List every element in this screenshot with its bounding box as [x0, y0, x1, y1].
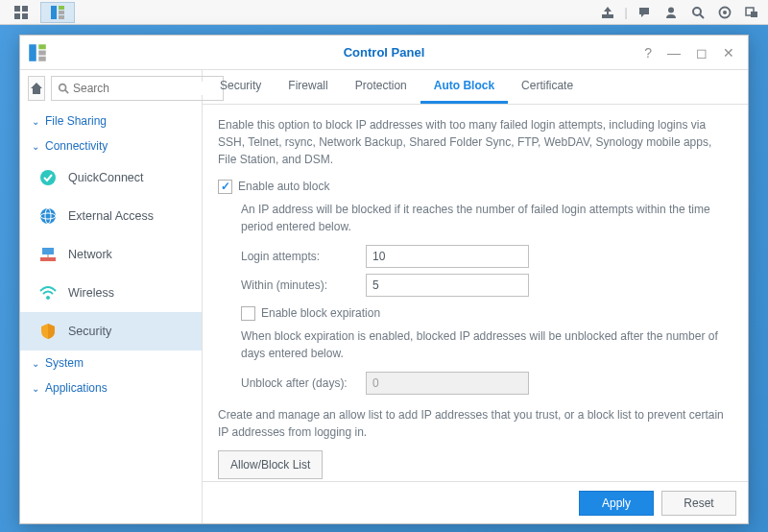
section-label: File Sharing	[45, 114, 107, 128]
sidebar-item-network[interactable]: Network	[20, 235, 202, 274]
taskbar-app-control-panel[interactable]	[40, 2, 75, 23]
svg-rect-6	[59, 11, 64, 14]
sidebar-item-label: Network	[68, 248, 112, 261]
svg-point-9	[668, 7, 674, 12]
svg-rect-27	[40, 257, 56, 261]
section-system[interactable]: ⌄ System	[20, 351, 202, 375]
svg-rect-7	[59, 15, 64, 19]
section-label: System	[45, 356, 84, 370]
svg-line-11	[700, 14, 704, 18]
within-minutes-input[interactable]	[366, 274, 529, 297]
section-file-sharing[interactable]: ⌄ File Sharing	[20, 109, 202, 133]
svg-point-13	[723, 11, 727, 14]
svg-point-10	[693, 8, 701, 15]
wifi-icon	[37, 282, 59, 303]
login-attempts-label: Login attempts:	[241, 248, 366, 265]
reset-button[interactable]: Reset	[661, 491, 736, 516]
svg-rect-18	[38, 50, 46, 55]
chevron-down-icon: ⌄	[32, 358, 39, 369]
tab-security[interactable]: Security	[206, 70, 275, 104]
tab-bar: Security Firewall Protection Auto Block …	[203, 70, 748, 105]
main-panel: Security Firewall Protection Auto Block …	[203, 70, 748, 523]
svg-rect-0	[14, 6, 20, 12]
control-panel-window: Control Panel ? — ◻ ✕ ⌄ File Sharing	[19, 35, 749, 524]
section-applications[interactable]: ⌄ Applications	[20, 375, 202, 400]
svg-line-21	[65, 90, 68, 93]
taskbar-app-grid[interactable]	[4, 2, 38, 23]
enable-expiration-checkbox[interactable]	[241, 306, 255, 321]
tray-pip-icon[interactable]	[739, 0, 764, 25]
section-label: Connectivity	[45, 139, 108, 153]
svg-rect-8	[602, 14, 613, 18]
svg-rect-5	[59, 6, 64, 10]
sidebar-item-label: Wireless	[68, 286, 114, 300]
tab-firewall[interactable]: Firewall	[275, 70, 341, 104]
within-minutes-label: Within (minutes):	[241, 277, 366, 294]
svg-point-29	[46, 296, 50, 300]
search-input[interactable]	[73, 82, 217, 95]
home-button[interactable]	[28, 76, 45, 101]
sidebar-item-quickconnect[interactable]: QuickConnect	[20, 158, 202, 197]
sidebar-item-external-access[interactable]: External Access	[20, 197, 202, 235]
apply-button[interactable]: Apply	[579, 491, 654, 516]
tray-chat-icon[interactable]	[632, 0, 657, 25]
sidebar-item-label: External Access	[68, 209, 154, 223]
sidebar-item-wireless[interactable]: Wireless	[20, 274, 202, 312]
search-icon	[58, 83, 69, 94]
svg-rect-2	[14, 13, 20, 19]
allowlist-description: Create and manage an allow list to add I…	[218, 406, 732, 441]
sidebar-item-security[interactable]: Security	[20, 312, 202, 351]
section-connectivity[interactable]: ⌄ Connectivity	[20, 133, 202, 158]
tab-auto-block[interactable]: Auto Block	[420, 70, 508, 104]
svg-rect-15	[751, 12, 757, 17]
enable-auto-block-checkbox[interactable]	[218, 180, 232, 194]
svg-rect-19	[38, 56, 46, 60]
intro-text: Enable this option to block IP addresses…	[218, 116, 732, 168]
unblock-after-label: Unblock after (days):	[241, 375, 366, 392]
svg-rect-16	[29, 44, 36, 61]
allow-block-list-button[interactable]: Allow/Block List	[218, 450, 323, 479]
window-close-icon[interactable]: ✕	[719, 43, 738, 62]
content-area: Enable this option to block IP addresses…	[203, 105, 748, 481]
svg-point-20	[60, 85, 66, 91]
lockout-description: An IP address will be blocked if it reac…	[241, 201, 732, 235]
tray-user-icon[interactable]	[659, 0, 684, 25]
footer: Apply Reset	[203, 481, 748, 523]
globe-icon	[37, 206, 59, 227]
shield-icon	[37, 321, 59, 342]
tray-search-icon[interactable]	[685, 0, 710, 25]
tray-separator: |	[622, 0, 630, 25]
svg-rect-17	[38, 44, 46, 49]
desktop-taskbar: |	[0, 0, 768, 25]
control-panel-icon	[28, 43, 47, 62]
network-icon	[37, 244, 59, 265]
unblock-after-input	[366, 372, 529, 395]
sidebar: ⌄ File Sharing ⌄ Connectivity QuickConne…	[20, 70, 203, 523]
svg-rect-26	[42, 248, 54, 254]
tab-certificate[interactable]: Certificate	[508, 70, 587, 104]
quickconnect-icon	[37, 167, 59, 188]
tab-protection[interactable]: Protection	[342, 70, 420, 104]
enable-auto-block-label: Enable auto block	[238, 178, 329, 195]
search-box[interactable]	[51, 76, 224, 101]
window-minimize-icon[interactable]: —	[663, 43, 684, 62]
tray-widgets-icon[interactable]	[712, 0, 737, 25]
tray-upload-icon[interactable]	[595, 0, 620, 25]
window-titlebar: Control Panel ? — ◻ ✕	[20, 36, 748, 70]
svg-rect-3	[22, 13, 28, 19]
window-help-icon[interactable]: ?	[640, 43, 656, 62]
window-maximize-icon[interactable]: ◻	[692, 43, 711, 62]
svg-point-22	[40, 170, 56, 185]
sidebar-item-label: QuickConnect	[68, 171, 144, 184]
window-title: Control Panel	[20, 45, 748, 60]
sidebar-item-label: Security	[68, 325, 111, 338]
login-attempts-input[interactable]	[366, 245, 529, 268]
section-label: Applications	[45, 381, 108, 395]
home-icon	[29, 81, 44, 96]
chevron-down-icon: ⌄	[32, 116, 39, 127]
svg-rect-1	[22, 6, 28, 12]
chevron-down-icon: ⌄	[32, 141, 39, 152]
svg-point-23	[40, 208, 56, 224]
chevron-down-icon: ⌄	[32, 383, 39, 394]
expiration-description: When block expiration is enabled, blocke…	[241, 327, 732, 362]
